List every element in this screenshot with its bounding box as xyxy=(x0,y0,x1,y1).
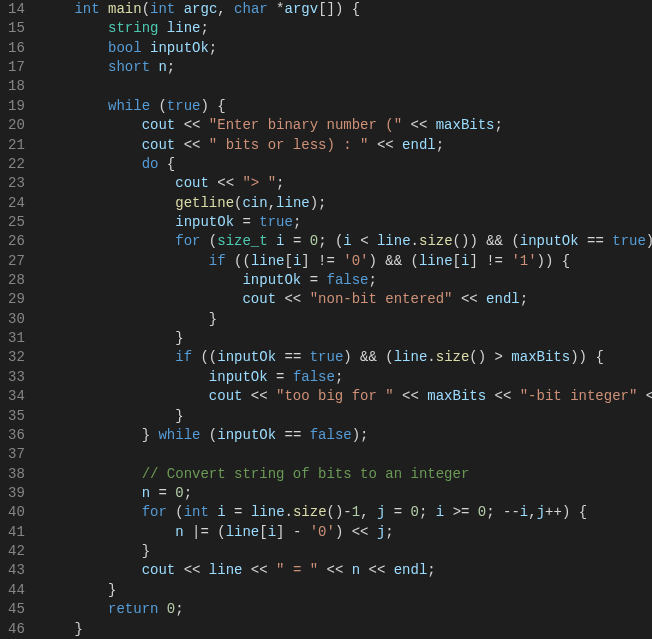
token-s: " = " xyxy=(276,562,318,578)
line-number: 40 xyxy=(8,503,25,522)
token-k: char xyxy=(234,1,268,17)
token-p: } xyxy=(74,621,82,637)
token-p: << xyxy=(369,137,403,153)
token-k: bool xyxy=(108,40,142,56)
token-v: maxBits xyxy=(436,117,495,133)
code-editor: 1415161718192021222324252627282930313233… xyxy=(0,0,652,639)
token-k: if xyxy=(175,349,192,365)
line-number: 30 xyxy=(8,310,25,329)
line-number: 42 xyxy=(8,542,25,561)
token-p: ( xyxy=(167,504,184,520)
line-number: 21 xyxy=(8,136,25,155)
token-p: << xyxy=(242,562,276,578)
token-p: ; xyxy=(209,40,217,56)
token-p: << xyxy=(175,137,209,153)
token-k: true xyxy=(259,214,293,230)
token-v: maxBits xyxy=(427,388,486,404)
code-line[interactable]: cout << "too big for " << maxBits << "-b… xyxy=(41,387,652,406)
token-p: << xyxy=(486,388,520,404)
code-line[interactable]: if ((inputOk == true) && (line.size() > … xyxy=(41,348,652,367)
token-k: for xyxy=(175,233,200,249)
line-number: 41 xyxy=(8,523,25,542)
token-p xyxy=(158,601,166,617)
token-k: true xyxy=(310,349,344,365)
token-p: = xyxy=(150,485,175,501)
code-line[interactable]: do { xyxy=(41,155,652,174)
code-line[interactable]: } xyxy=(41,581,652,600)
code-line[interactable]: n |= (line[i] - '0') << j; xyxy=(41,523,652,542)
code-line[interactable]: for (size_t i = 0; (i < line.size()) && … xyxy=(41,232,652,251)
code-line[interactable]: // Convert string of bits to an integer xyxy=(41,465,652,484)
code-line[interactable]: } xyxy=(41,542,652,561)
line-number: 32 xyxy=(8,348,25,367)
code-line[interactable]: string line; xyxy=(41,19,652,38)
code-line[interactable]: cout << line << " = " << n << endl; xyxy=(41,561,652,580)
token-p: ()- xyxy=(327,504,352,520)
code-line[interactable]: inputOk = false; xyxy=(41,271,652,290)
line-number: 33 xyxy=(8,368,25,387)
line-number: 39 xyxy=(8,484,25,503)
code-line[interactable]: for (int i = line.size()-1, j = 0; i >= … xyxy=(41,503,652,522)
token-p: ; xyxy=(335,369,343,385)
token-p: |= ( xyxy=(184,524,226,540)
code-line[interactable]: inputOk = false; xyxy=(41,368,652,387)
token-n: 0 xyxy=(167,601,175,617)
token-k: true xyxy=(612,233,646,249)
token-p: << xyxy=(402,117,436,133)
token-p: ()) && ( xyxy=(453,233,520,249)
token-p: << xyxy=(175,562,209,578)
token-v: inputOk xyxy=(175,214,234,230)
code-line[interactable]: if ((line[i] != '0') && (line[i] != '1')… xyxy=(41,252,652,271)
code-line[interactable]: while (true) { xyxy=(41,97,652,116)
token-v: j xyxy=(537,504,545,520)
code-line[interactable]: } xyxy=(41,407,652,426)
token-p: () > xyxy=(469,349,511,365)
code-line[interactable]: bool inputOk; xyxy=(41,39,652,58)
code-line[interactable]: } xyxy=(41,329,652,348)
token-p: , xyxy=(268,195,276,211)
token-p: == xyxy=(579,233,613,249)
code-line[interactable]: cout << " bits or less) : " << endl; xyxy=(41,136,652,155)
code-line[interactable]: getline(cin,line); xyxy=(41,194,652,213)
code-line[interactable]: } xyxy=(41,620,652,639)
code-line[interactable]: short n; xyxy=(41,58,652,77)
token-k: while xyxy=(108,98,150,114)
code-line[interactable]: n = 0; xyxy=(41,484,652,503)
code-line[interactable]: cout << "non-bit entered" << endl; xyxy=(41,290,652,309)
line-number: 28 xyxy=(8,271,25,290)
code-line[interactable]: int main(int argc, char *argv[]) { xyxy=(41,0,652,19)
token-t: string xyxy=(108,20,158,36)
token-p: ( xyxy=(150,98,167,114)
code-line[interactable]: cout << "Enter binary number (" << maxBi… xyxy=(41,116,652,135)
token-k: false xyxy=(326,272,368,288)
token-p: } xyxy=(142,427,159,443)
token-v: inputOk xyxy=(242,272,301,288)
token-v: inputOk xyxy=(150,40,209,56)
token-p xyxy=(100,1,108,17)
token-p: ; xyxy=(419,504,436,520)
code-content-area[interactable]: int main(int argc, char *argv[]) { strin… xyxy=(37,0,652,639)
code-line[interactable]: return 0; xyxy=(41,600,652,619)
code-line[interactable] xyxy=(41,445,652,464)
token-k: for xyxy=(142,504,167,520)
token-s: " bits or less) : " xyxy=(209,137,369,153)
line-number: 43 xyxy=(8,561,25,580)
token-p: , xyxy=(360,504,377,520)
token-p: ( xyxy=(200,233,217,249)
token-p: ; xyxy=(293,214,301,230)
token-v: i xyxy=(217,504,225,520)
token-s: "too big for " xyxy=(276,388,394,404)
token-p: ] != xyxy=(469,253,511,269)
code-line[interactable]: cout << "> "; xyxy=(41,174,652,193)
token-fn: size xyxy=(293,504,327,520)
code-line[interactable] xyxy=(41,77,652,96)
token-p: ( xyxy=(200,427,217,443)
token-v: i xyxy=(276,233,284,249)
code-line[interactable]: inputOk = true; xyxy=(41,213,652,232)
code-line[interactable]: } while (inputOk == false); xyxy=(41,426,652,445)
token-p: [ xyxy=(453,253,461,269)
token-k: while xyxy=(158,427,200,443)
token-p: = xyxy=(268,369,293,385)
code-line[interactable]: } xyxy=(41,310,652,329)
token-p: ; xyxy=(520,291,528,307)
